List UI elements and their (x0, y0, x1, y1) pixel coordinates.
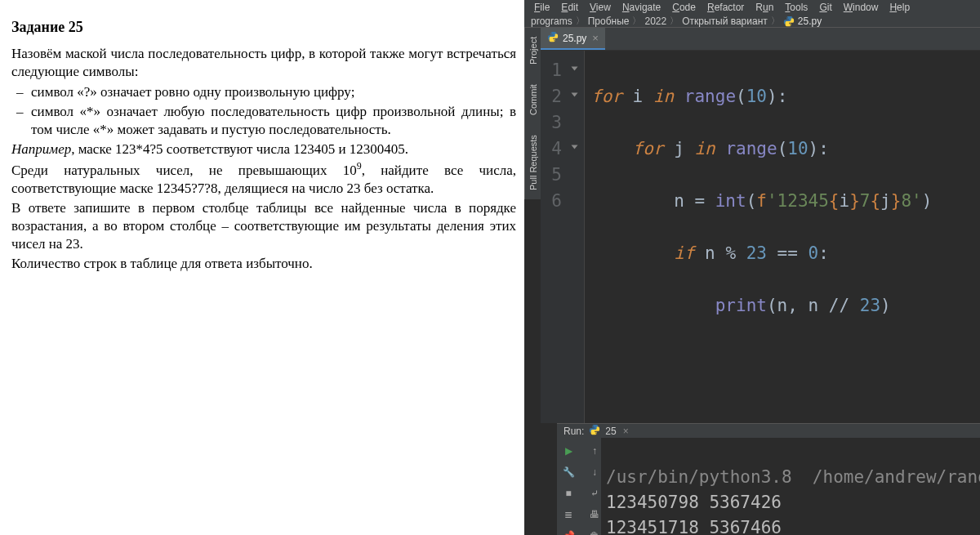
task-main: Среди натуральных чисел, не превышающих … (11, 160, 516, 198)
task-title: Задание 25 (11, 18, 516, 37)
chevron-right-icon: 〉 (771, 15, 780, 27)
close-icon[interactable]: × (623, 426, 629, 437)
run-label: Run: (564, 426, 584, 437)
run-toolbar: ▶ 🔧 ■ ≣ 📌 ↑ ↓ ⤶ 🖶 🗑 (557, 438, 601, 535)
crumb-2022[interactable]: 2022 (644, 16, 666, 27)
breadcrumb: programs 〉 Пробные 〉 2022 〉 Открытый вар… (524, 15, 980, 27)
code-content[interactable]: for i in range(10): for j in range(10): … (585, 51, 932, 423)
tab-label: 25.py (563, 33, 586, 44)
menu-refactor[interactable]: Refactor (702, 0, 749, 15)
menu-edit[interactable]: Edit (556, 0, 583, 15)
editor-area: Project Commit Pull Requests 25.py × 123… (524, 27, 980, 535)
wrench-icon[interactable]: 🔧 (560, 464, 577, 480)
play-icon[interactable]: ▶ (560, 443, 577, 459)
pin-icon[interactable]: 📌 (560, 528, 577, 535)
trash-icon[interactable]: 🗑 (586, 528, 603, 535)
menu-code[interactable]: Code (667, 0, 701, 15)
task-bullet-1: символ «?» означает ровно одну произволь… (31, 83, 516, 101)
chevron-right-icon: 〉 (670, 15, 679, 27)
menu-navigate[interactable]: Navigate (617, 0, 666, 15)
task-note: Количество строк в таблице для ответа из… (11, 255, 516, 273)
menu-window[interactable]: Window (839, 0, 884, 15)
layout-icon[interactable]: ≣ (560, 506, 577, 523)
up-arrow-icon[interactable]: ↑ (586, 443, 603, 459)
menu-file[interactable]: File (529, 0, 555, 15)
python-file-icon (783, 16, 795, 27)
crumb-file[interactable]: 25.py (798, 16, 822, 27)
crumb-probnye[interactable]: Пробные (588, 16, 630, 27)
wrap-icon[interactable]: ⤶ (586, 485, 603, 502)
chevron-right-icon: 〉 (632, 15, 641, 27)
python-file-icon (589, 424, 600, 438)
down-arrow-icon[interactable]: ↓ (586, 464, 603, 480)
editor-tab-active[interactable]: 25.py × (541, 28, 605, 50)
crumb-programs[interactable]: programs (531, 16, 572, 27)
editor-tabs: 25.py × (541, 28, 980, 51)
menu-tools[interactable]: Tools (780, 0, 813, 15)
menu-help[interactable]: Help (884, 0, 915, 15)
line-gutter: 123456 (541, 51, 570, 423)
menu-run[interactable]: Run (751, 0, 778, 15)
tool-window-commit[interactable]: Commit (524, 74, 541, 126)
close-icon[interactable]: × (592, 32, 599, 44)
task-intro: Назовём маской числа последовательность … (11, 45, 516, 81)
ide-window: File Edit View Navigate Code Refactor Ru… (524, 0, 980, 535)
tool-window-project[interactable]: Project (524, 28, 541, 74)
menu-git[interactable]: Git (814, 0, 836, 15)
chevron-right-icon: 〉 (576, 15, 585, 27)
python-file-icon (547, 31, 559, 45)
crumb-variant[interactable]: Открытый вариант (682, 16, 768, 27)
fold-column (570, 51, 585, 423)
task-document: Задание 25 Назовём маской числа последов… (0, 0, 524, 535)
console-output[interactable]: /usr/bin/python3.8 /home/andrew/rand 123… (601, 438, 980, 535)
task-example: Например, маске 123*4?5 соответствуют чи… (11, 140, 516, 158)
task-answer-instr: В ответе запишите в первом столбце табли… (11, 199, 516, 253)
print-icon[interactable]: 🖶 (586, 506, 603, 523)
menu-bar: File Edit View Navigate Code Refactor Ru… (524, 0, 980, 15)
tool-window-pull-requests[interactable]: Pull Requests (524, 126, 541, 199)
code-editor[interactable]: 123456 for i in range(10): for j in rang… (541, 51, 980, 423)
task-bullet-2: символ «*» означает любую последовательн… (31, 103, 516, 139)
run-config-name[interactable]: 25 (605, 426, 616, 437)
stop-icon[interactable]: ■ (560, 485, 577, 502)
run-tool-window: Run: 25 × ▶ 🔧 ■ ≣ (557, 423, 980, 535)
run-header: Run: 25 × (557, 424, 980, 438)
menu-view[interactable]: View (585, 0, 616, 15)
